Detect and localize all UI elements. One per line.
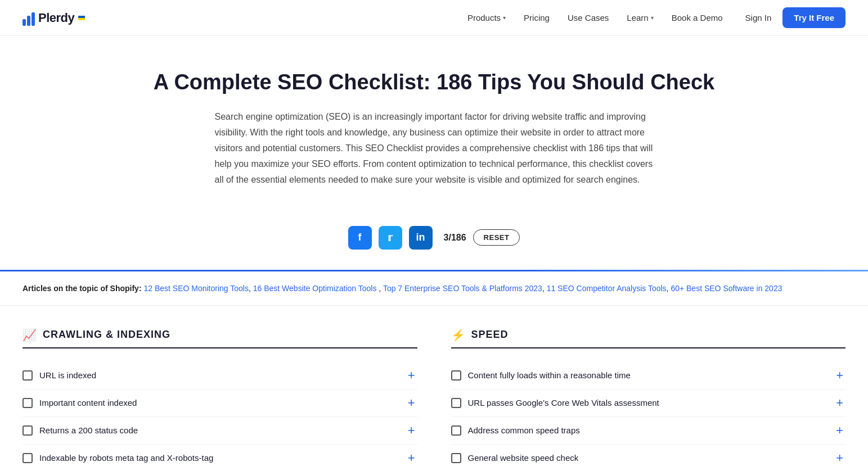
expand-button[interactable]: + <box>834 369 845 382</box>
list-item: Returns a 200 status code + <box>23 417 417 445</box>
logo-bars-icon <box>23 10 35 26</box>
list-item: URL is indexed + <box>23 362 417 390</box>
checkbox-url-indexed[interactable] <box>23 370 33 381</box>
navbar: Plerdy Products▾ Pricing Use Cases Learn… <box>0 0 868 36</box>
linkedin-icon[interactable]: in <box>409 226 433 250</box>
list-item: Indexable by robots meta tag and X-robot… <box>23 445 417 471</box>
nav-learn[interactable]: Learn▾ <box>627 13 653 22</box>
expand-button[interactable]: + <box>406 369 417 382</box>
speed-section-title: SPEED <box>471 329 509 341</box>
list-item: Content fully loads within a reasonable … <box>451 362 846 390</box>
reset-button[interactable]: RESET <box>473 229 520 246</box>
expand-button[interactable]: + <box>406 452 417 464</box>
hero-section: A Complete SEO Checklist: 186 Tips You S… <box>0 36 868 210</box>
checklist-counter: 3/186 <box>444 233 466 243</box>
item-label: Important content indexed <box>39 398 137 407</box>
social-bar: f 𝕣 in 3/186 RESET <box>0 210 868 270</box>
article-link-5[interactable]: 60+ Best SEO Software in 2023 <box>671 284 782 293</box>
chevron-down-icon: ▾ <box>503 15 506 21</box>
ukraine-flag-icon <box>78 16 85 20</box>
checkbox-content-loads[interactable] <box>451 370 461 381</box>
nav-actions: Sign In Try It Free <box>745 7 845 28</box>
article-link-3[interactable]: Top 7 Enterprise SEO Tools & Platforms 2… <box>383 284 542 293</box>
chevron-down-icon: ▾ <box>651 15 654 21</box>
checkbox-speed-traps[interactable] <box>451 425 461 436</box>
speed-icon: ⚡ <box>451 328 466 342</box>
expand-button[interactable]: + <box>834 424 845 437</box>
sign-in-button[interactable]: Sign In <box>745 13 772 22</box>
expand-button[interactable]: + <box>834 397 845 409</box>
checkbox-robots-meta[interactable] <box>23 453 33 463</box>
nav-use-cases[interactable]: Use Cases <box>568 13 609 22</box>
checkbox-general-speed[interactable] <box>451 453 461 463</box>
crawling-section-header: 📈 CRAWLING & INDEXING <box>23 328 417 348</box>
item-label: URL is indexed <box>39 370 96 380</box>
checkbox-200-status[interactable] <box>23 425 33 436</box>
list-item: Important content indexed + <box>23 390 417 417</box>
page-title: A Complete SEO Checklist: 186 Tips You S… <box>113 70 755 96</box>
articles-bar: Articles on the topic of Shopify: 12 Bes… <box>0 271 868 306</box>
nav-products[interactable]: Products▾ <box>467 13 506 22</box>
checkbox-core-web-vitals[interactable] <box>451 398 461 408</box>
list-item: General website speed check + <box>451 445 846 471</box>
speed-section-header: ⚡ SPEED <box>451 328 846 348</box>
twitter-icon[interactable]: 𝕣 <box>379 226 402 250</box>
checkbox-important-content[interactable] <box>23 398 33 408</box>
item-label: Indexable by robots meta tag and X-robot… <box>39 453 213 463</box>
crawling-icon: 📈 <box>23 328 37 342</box>
main-content: 📈 CRAWLING & INDEXING URL is indexed + I… <box>0 306 868 471</box>
logo-text: Plerdy <box>38 11 74 25</box>
crawling-section-title: CRAWLING & INDEXING <box>43 329 170 341</box>
item-label: Content fully loads within a reasonable … <box>468 370 631 380</box>
crawling-indexing-section: 📈 CRAWLING & INDEXING URL is indexed + I… <box>23 328 417 471</box>
item-label: URL passes Google's Core Web Vitals asse… <box>468 398 659 407</box>
nav-pricing[interactable]: Pricing <box>524 13 550 22</box>
expand-button[interactable]: + <box>406 424 417 437</box>
hero-description: Search engine optimization (SEO) is an i… <box>215 109 654 188</box>
article-link-4[interactable]: 11 SEO Competitor Analysis Tools <box>547 284 667 293</box>
nav-links: Products▾ Pricing Use Cases Learn▾ Book … <box>467 13 723 22</box>
logo[interactable]: Plerdy <box>23 10 85 26</box>
expand-button[interactable]: + <box>834 452 845 464</box>
articles-prefix: Articles on the topic of Shopify: <box>23 284 142 293</box>
try-free-button[interactable]: Try It Free <box>782 7 845 28</box>
speed-section: ⚡ SPEED Content fully loads within a rea… <box>451 328 846 471</box>
facebook-icon[interactable]: f <box>348 226 372 250</box>
nav-book-demo[interactable]: Book a Demo <box>672 13 723 22</box>
item-label: Address common speed traps <box>468 425 580 435</box>
item-label: General website speed check <box>468 453 579 463</box>
item-label: Returns a 200 status code <box>39 425 138 435</box>
expand-button[interactable]: + <box>406 397 417 409</box>
list-item: Address common speed traps + <box>451 417 846 445</box>
article-link-2[interactable]: 16 Best Website Optimization Tools <box>253 284 377 293</box>
article-link-1[interactable]: 12 Best SEO Monitoring Tools <box>143 284 249 293</box>
list-item: URL passes Google's Core Web Vitals asse… <box>451 390 846 417</box>
